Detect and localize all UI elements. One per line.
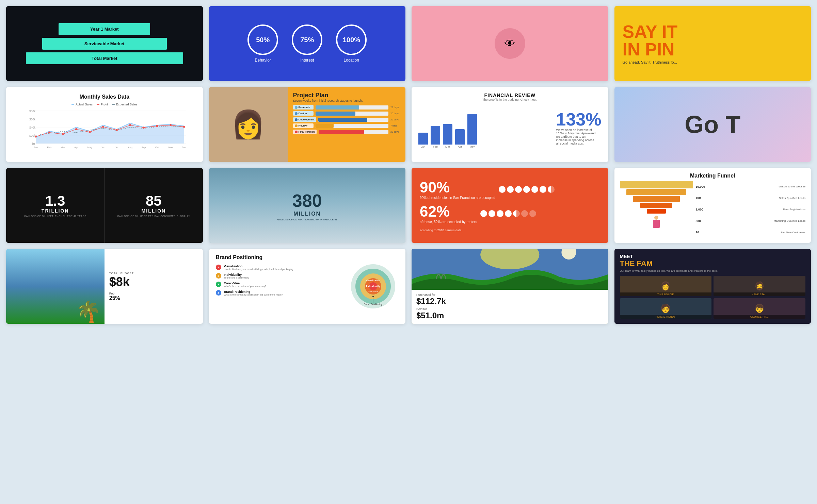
legend-dot-actual [71, 104, 74, 105]
svg-point-20 [156, 125, 158, 127]
svg-text:$40k: $40k [29, 126, 36, 129]
team-title-block: MEET THE FAM Our team is what really mak… [620, 254, 806, 272]
brand-item-3: 3 Core Value What's the core value of yo… [216, 282, 342, 287]
pct-row-90: 90% 90% of residencies in San Francisco … [420, 179, 600, 200]
funnel-tier-4 [640, 203, 673, 208]
project-person-photo: 👩 [209, 87, 288, 162]
team-member-hank: 🧔 HANK STA... [714, 276, 805, 296]
legend-actual: Actual Sales [71, 103, 93, 106]
pct-90-dots [499, 186, 555, 193]
stat-number-85: 85 [146, 194, 162, 208]
funnel-chart-visual [620, 181, 693, 238]
card-ocean-380: 380 MILLION GALLONS OF OIL PER YEAR END … [209, 168, 406, 243]
svg-text:Apr: Apr [74, 146, 78, 149]
stat-unit-trillion: TRILLION [42, 208, 69, 214]
card-orange-stats: 90% 90% of residencies in San Francisco … [412, 168, 608, 243]
svg-point-17 [116, 129, 118, 131]
svg-text:Jun: Jun [101, 146, 105, 149]
svg-point-14 [75, 128, 77, 130]
card-gradient-go: Go T [614, 87, 811, 162]
circle-location: 100% Location [336, 24, 367, 63]
sales-chart-area: $80k $60k $40k $20k $0 [13, 109, 196, 150]
svg-point-19 [143, 127, 145, 129]
sales-legend: Actual Sales Profit Expected Sales [13, 103, 196, 106]
svg-point-45 [372, 296, 374, 297]
say-it-title-line1: SAY IT [623, 23, 803, 40]
funnel-label-20: 20 Net New Customers [696, 231, 806, 234]
pyramid-serviceable: Serviceable Market [42, 38, 167, 50]
artwork-painting [412, 249, 608, 290]
stat-desc-million: GALLONS OF OIL USED PER DAY CONSUMED GLO… [117, 215, 190, 217]
team-meet-text: MEET [620, 254, 806, 259]
svg-text:Aug: Aug [128, 146, 132, 149]
team-member-fergie: 🧑 FERGIE HENDY [620, 298, 712, 319]
funnel-tier-1 [620, 181, 693, 188]
funnel-tier-3 [633, 196, 680, 202]
pyramid-year1: Year 1 Market [59, 23, 150, 35]
card-budget: 🌴 TOTAL BUDGET: $8k Feb 25% [6, 249, 203, 324]
circle-ring-75: 75% [292, 24, 322, 55]
funnel-figure-decoration [651, 216, 661, 233]
team-description: Our team is what really makes us tick. W… [620, 269, 806, 272]
gantt-review: Review 7 days [293, 123, 400, 128]
svg-point-13 [62, 133, 64, 135]
bar-jan: Jan [418, 133, 428, 148]
bar-mar: Mar [443, 124, 452, 148]
artwork-price-block: Purchased for $112.7k Sold for $51.0m [412, 290, 608, 324]
svg-text:Dec: Dec [182, 146, 186, 149]
finance-body: Jan Feb Mar Apr May [418, 104, 602, 152]
say-it-subtitle: Go ahead. Say it. Truthiness fo... [623, 60, 803, 64]
finance-bar-chart: Jan Feb Mar Apr May [418, 104, 553, 152]
legend-expected: Expected Sales [112, 103, 138, 106]
card-brand-positioning: Brand Positioning 1 Visualization How to… [209, 249, 406, 324]
circle-ring-50: 50% [247, 24, 278, 55]
finance-subtitle: The proof is in the pudding. Check it ou… [418, 98, 602, 101]
svg-text:Nov: Nov [169, 146, 173, 149]
face-photo: 👁 [495, 28, 525, 59]
svg-text:Jan: Jan [34, 146, 38, 149]
brand-right-chart: Visualization Individuality Core Value B… [348, 254, 399, 318]
brand-left-panel: Brand Positioning 1 Visualization How to… [216, 254, 342, 318]
funnel-label-10000: 10,000 Visitors to the Website [696, 185, 806, 188]
circle-ring-100: 100% [336, 24, 367, 55]
finance-title: FINANCIAL REVIEW [418, 93, 602, 98]
card-monthly-sales: Monthly Sales Data Actual Sales Profit E… [6, 87, 203, 162]
pct-62-dots [480, 210, 536, 217]
brand-item-1: 1 Visualization How to illustrate your b… [216, 265, 342, 270]
finance-description: We've seen an increase of 133% in May ov… [556, 128, 597, 145]
card-project-plan: 👩 Project Plan Seven weeks from initial … [209, 87, 406, 162]
artwork-svg [412, 249, 608, 290]
funnel-labels: 10,000 Visitors to the Website 100 Sales… [696, 181, 806, 238]
svg-point-12 [48, 132, 50, 134]
gallery: Year 1 Market Serviceable Market Total M… [0, 0, 817, 330]
purchased-price: $112.7k [416, 297, 604, 306]
budget-label: TOTAL BUDGET: [109, 272, 198, 275]
team-photos-grid: 👩 TINA BOLDIE 🧔 HANK STA... 🧑 FERGIE HEN… [620, 276, 806, 319]
budget-content: TOTAL BUDGET: $8k Feb 25% [105, 249, 203, 324]
card-say-it-pink: SAY IT IN PIN Go ahead. Say it. Truthine… [614, 6, 811, 81]
svg-point-15 [89, 131, 91, 133]
ocean-unit: MILLION [277, 211, 337, 217]
pct-90: 90% [420, 179, 495, 196]
team-fam-text: THE FAM [620, 259, 806, 268]
team-member-tina: 👩 TINA BOLDIE [620, 276, 712, 296]
pct-90-label: 90% of residencies in San Francisco are … [420, 196, 495, 200]
pct-row-62: 62% of those, 62% are occupied by renter… [420, 203, 600, 224]
funnel-tier-5 [647, 209, 666, 214]
ocean-number: 380 [277, 190, 337, 211]
sold-label: Sold for [416, 307, 604, 311]
funnel-label-300: 300 Marketing Qualified Leads [696, 219, 806, 223]
svg-text:Mar: Mar [61, 146, 65, 149]
svg-text:Oct: Oct [155, 146, 159, 149]
svg-text:Individuality: Individuality [366, 285, 380, 288]
sales-chart-svg: $80k $60k $40k $20k $0 [13, 109, 196, 150]
svg-text:Sep: Sep [142, 146, 146, 149]
say-it-title-line2: IN PIN [623, 40, 803, 58]
team-member-george: 👦 GEORGE PR... [714, 298, 805, 319]
sales-title: Monthly Sales Data [13, 94, 196, 100]
go-t-text: Go T [685, 111, 740, 138]
card-marketing-funnel: Marketing Funnel 10,000 Visitors to the … [614, 168, 811, 243]
funnel-label-100: 100 Sales Qualified Leads [696, 196, 806, 200]
brand-item-4: 4 Brand Positioning What is the company'… [216, 290, 342, 296]
svg-text:$80k: $80k [29, 110, 36, 113]
